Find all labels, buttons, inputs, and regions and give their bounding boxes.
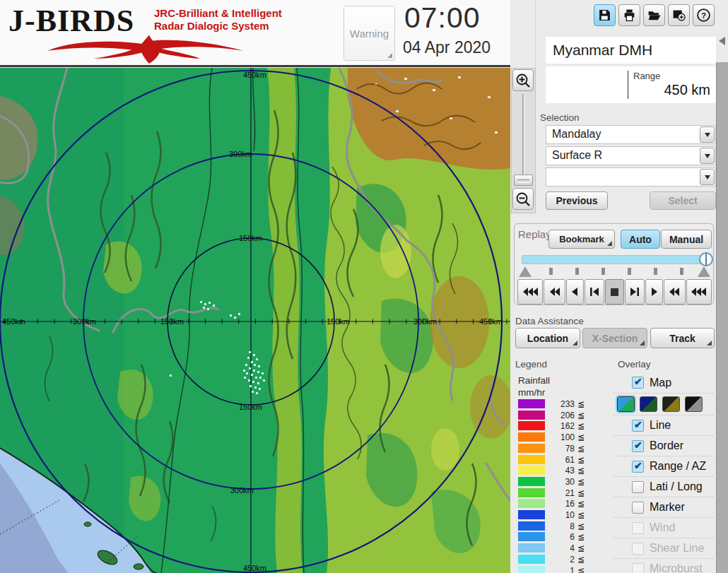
play-reverse-button[interactable]: [566, 279, 584, 305]
legend-item: 43≦: [518, 466, 592, 475]
timeline-slider-handle[interactable]: [699, 252, 713, 266]
legend-swatch: [518, 466, 545, 475]
overlay-row-marker[interactable]: Marker: [613, 497, 717, 517]
play-icon: [651, 287, 658, 297]
data-assistance-label: Data Assistance: [515, 316, 584, 326]
stop-icon: [611, 288, 618, 296]
legend-item: 21≦: [518, 488, 592, 498]
station-dropdown-button[interactable]: [700, 126, 715, 143]
track-button[interactable]: Track: [650, 328, 715, 348]
overlay-row-border[interactable]: Border: [613, 435, 717, 456]
legend-swatch: [518, 499, 545, 508]
timeline-end-marker[interactable]: [698, 266, 710, 277]
fast-forward-button[interactable]: [664, 279, 685, 305]
map-style-gray-button[interactable]: [685, 396, 703, 412]
legend-swatch: [518, 488, 545, 497]
border-checkbox[interactable]: [632, 440, 644, 452]
legend-swatch: [518, 510, 545, 519]
lati-long-checkbox[interactable]: [632, 481, 644, 493]
panel-scroll-strip[interactable]: [716, 62, 728, 573]
play-reverse-icon: [571, 287, 578, 297]
legend-value: 2: [548, 555, 575, 565]
overlay-row-shear-line: Shear Line: [613, 538, 717, 558]
print-button[interactable]: [618, 4, 640, 26]
legend-value: 16: [548, 499, 575, 509]
zoom-slider-track[interactable]: [522, 94, 524, 177]
product-dropdown[interactable]: Surface R: [546, 146, 716, 165]
timeline-tick: [654, 268, 657, 275]
step-back-button[interactable]: [585, 279, 604, 305]
legend-operator: ≦: [577, 399, 585, 409]
rewind-button[interactable]: [544, 279, 565, 305]
range-box: Range 450 km: [546, 66, 716, 103]
map-style-terrain-button[interactable]: [617, 396, 635, 412]
fast-rewind-button[interactable]: [517, 279, 543, 305]
zoom-in-icon: [515, 73, 531, 88]
fastest-forward-button[interactable]: [686, 279, 712, 305]
play-button[interactable]: [645, 279, 663, 305]
zoom-out-button[interactable]: [512, 188, 534, 210]
warning-button[interactable]: Warning: [344, 6, 395, 61]
help-icon: ?: [696, 8, 711, 23]
map-style-selector: [613, 393, 717, 415]
x-section-button[interactable]: X-Section: [582, 328, 647, 348]
ring-label-n450: 450km: [243, 71, 266, 79]
location-button[interactable]: Location: [515, 328, 580, 348]
select-button[interactable]: Select: [650, 191, 716, 210]
bookmark-button[interactable]: Bookmark: [548, 230, 615, 249]
add-image-button[interactable]: [668, 4, 690, 26]
timeline-start-marker[interactable]: [519, 266, 532, 277]
radar-map[interactable]: 450km 300km 150km 150km 300km 450km 450k…: [0, 68, 510, 573]
logo-subtitle-line2: Radar Dialogic System: [154, 20, 282, 33]
legend-value: 4: [548, 543, 575, 553]
overlay-item-label: Border: [650, 439, 683, 452]
replay-auto-button[interactable]: Auto: [621, 230, 660, 249]
overlay-row-microburst: Microburst: [613, 558, 717, 573]
jbirds-logo: J-BIRDS JRC-Brilliant & Intelligent Rada…: [6, 1, 288, 64]
shear-line-checkbox: [632, 543, 644, 555]
zoom-out-icon: [515, 191, 531, 207]
radar-map-canvas: 450km 300km 150km 150km 300km 450km 450k…: [0, 68, 510, 573]
overlay-item-label: Map: [650, 377, 671, 389]
marker-checkbox[interactable]: [632, 502, 644, 514]
product-dropdown-button[interactable]: [700, 148, 715, 164]
legend-unit-line2: mm/hr: [518, 387, 545, 398]
legend-value: 10: [548, 510, 575, 520]
replay-manual-button[interactable]: Manual: [661, 230, 712, 249]
option-dropdown[interactable]: [546, 167, 716, 187]
overlay-row-line[interactable]: Line: [613, 415, 717, 435]
chevron-down-icon: [705, 133, 710, 137]
overlay-row-range-az[interactable]: Range / AZ: [613, 456, 717, 476]
map-checkbox[interactable]: [632, 377, 644, 389]
open-file-button[interactable]: [643, 4, 665, 26]
map-zoom-control: [511, 68, 536, 213]
range-divider: [628, 71, 628, 99]
legend-unit-line1: Rainfall: [518, 375, 550, 386]
station-dropdown[interactable]: Mandalay: [546, 125, 716, 144]
overlay-row-map[interactable]: Map: [613, 372, 717, 393]
zoom-slider-handle[interactable]: [514, 175, 533, 186]
line-checkbox[interactable]: [632, 420, 644, 432]
step-forward-button[interactable]: [625, 279, 645, 305]
legend-swatch: [518, 543, 545, 553]
range-az-checkbox[interactable]: [632, 461, 644, 473]
save-button[interactable]: [594, 4, 616, 26]
help-button[interactable]: ?: [693, 4, 715, 26]
option-dropdown-button[interactable]: [700, 169, 715, 185]
legend-swatch: [518, 555, 545, 564]
zoom-in-button[interactable]: [512, 69, 534, 91]
legend-swatch: [518, 410, 545, 420]
previous-button[interactable]: Previous: [546, 191, 608, 210]
map-style-olive-button[interactable]: [662, 396, 680, 412]
legend-item: 233≦: [518, 399, 592, 409]
ring-label-w150: 150km: [160, 317, 184, 326]
stop-button[interactable]: [605, 279, 623, 305]
collapse-panel-arrow-icon[interactable]: [719, 37, 725, 45]
replay-timeline-slider[interactable]: [522, 255, 708, 264]
legend-value: 6: [548, 532, 575, 542]
ring-label-w300: 300km: [73, 317, 96, 326]
legend-item: 2≦: [518, 555, 592, 565]
overlay-row-lati-long[interactable]: Lati / Long: [613, 476, 717, 497]
fast-forward-icon: [669, 287, 680, 297]
map-style-dark-button[interactable]: [640, 396, 657, 412]
